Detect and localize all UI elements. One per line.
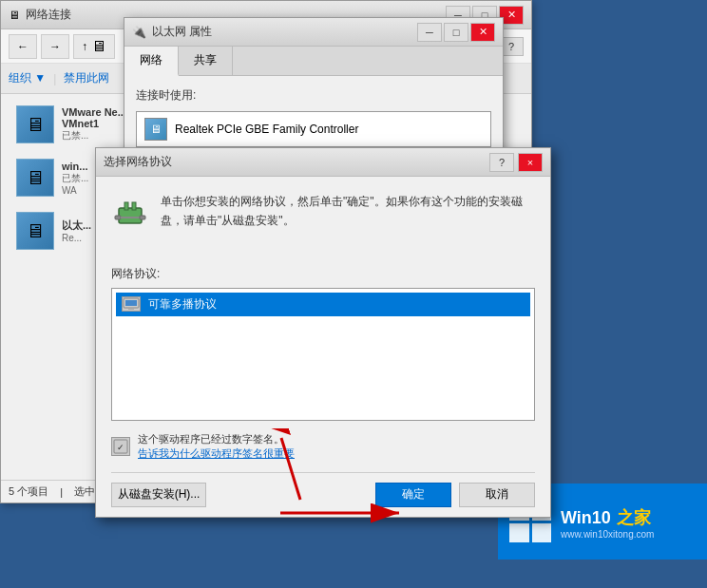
- protocol-dialog: 选择网络协议 ? × 单击你想安装的网络协议，然后单击"确定"。如果你有这个功能…: [95, 147, 551, 518]
- eth-icon: 🖥: [16, 212, 54, 250]
- protocol-description-text: 单击你想安装的网络协议，然后单击"确定"。如果你有这个功能的安装磁盘，请单击"从…: [161, 192, 535, 231]
- network-subname: VMnet1: [62, 118, 126, 129]
- protocol-title: 选择网络协议: [104, 154, 489, 170]
- ethernet-dialog-titlebar: 🔌 以太网 属性 ─ □ ✕: [124, 18, 503, 47]
- back-icon: ←: [17, 40, 29, 53]
- svg-rect-5: [140, 216, 145, 219]
- adapter-icon: 🖥: [144, 118, 167, 141]
- protocol-item-icon: [122, 296, 141, 312]
- svg-rect-1: [124, 202, 128, 210]
- protocol-help-button[interactable]: ?: [489, 153, 514, 172]
- win10-text: Win10 之家 www.win10xitong.com: [561, 504, 654, 540]
- adapter-box: 🖥 Realtek PCIe GBE Family Controller: [136, 111, 491, 147]
- back-button[interactable]: ←: [9, 34, 37, 59]
- ethernet-maximize-button[interactable]: □: [444, 23, 468, 42]
- svg-text:✓: ✓: [117, 443, 124, 452]
- forward-icon: →: [49, 40, 61, 53]
- protocol-titlebar: 选择网络协议 ? ×: [96, 148, 550, 177]
- network-name: win...: [62, 161, 88, 172]
- forward-button[interactable]: →: [41, 34, 69, 59]
- ethernet-close-button[interactable]: ✕: [470, 23, 495, 42]
- network-name: VMware Ne...: [62, 106, 126, 118]
- tab-share[interactable]: 共享: [179, 47, 233, 75]
- win10-brand: Win10 之家: [561, 504, 654, 529]
- up-icon: ↑: [82, 40, 87, 53]
- protocol-item-reliable-multicast[interactable]: 可靠多播协议: [116, 293, 530, 316]
- network-info: VMware Ne... VMnet1 已禁...: [62, 106, 126, 142]
- cancel-button[interactable]: 取消: [459, 483, 535, 507]
- network-type: WA: [62, 185, 88, 196]
- network-status: 已禁...: [62, 129, 126, 142]
- address-icon: 🖥: [91, 38, 106, 55]
- from-disk-button[interactable]: 从磁盘安装(H)...: [111, 483, 206, 507]
- vmware-net-icon: 🖥: [16, 105, 54, 143]
- network-status: Re...: [62, 233, 91, 243]
- protocol-controls: ? ×: [489, 153, 543, 172]
- right-arrow-annotation: [276, 489, 409, 540]
- items-count: 5 个项目: [9, 484, 48, 499]
- ethernet-icon: 🔌: [132, 26, 146, 39]
- protocol-close-button[interactable]: ×: [518, 153, 543, 172]
- svg-rect-8: [128, 308, 134, 310]
- protocol-desc-icon: [111, 196, 149, 251]
- protocol-list-label: 网络协议:: [111, 266, 535, 282]
- ethernet-dialog-title: 🔌 以太网 属性: [132, 24, 417, 40]
- win-icon: 🖥: [16, 159, 54, 197]
- win10-url: www.win10xitong.com: [561, 529, 654, 540]
- win10-brand-text: Win10: [561, 508, 611, 527]
- protocol-desc: 单击你想安装的网络协议，然后单击"确定"。如果你有这个功能的安装磁盘，请单击"从…: [111, 192, 535, 251]
- protocol-signed: ✓ 这个驱动程序已经过数字签名。 告诉我为什么驱动程序签名很重要: [111, 432, 535, 461]
- network-info: 以太... Re...: [62, 218, 91, 243]
- adapter-name: Realtek PCIe GBE Family Controller: [175, 123, 358, 136]
- ethernet-win-controls: ─ □ ✕: [417, 23, 495, 42]
- protocol-body: 单击你想安装的网络协议，然后单击"确定"。如果你有这个功能的安装磁盘，请单击"从…: [96, 177, 550, 522]
- connect-label: 连接时使用:: [136, 87, 491, 104]
- protocol-item-label: 可靠多播协议: [148, 296, 217, 313]
- svg-rect-2: [132, 202, 136, 210]
- up-button[interactable]: ↑ 🖥: [73, 34, 115, 59]
- win10-zh-text: 之家: [617, 508, 651, 527]
- tab-network[interactable]: 网络: [124, 47, 179, 76]
- bg-window-icon: 🖥: [9, 9, 20, 22]
- network-name: 以太...: [62, 218, 91, 233]
- svg-rect-7: [125, 300, 137, 306]
- organize-button[interactable]: 组织 ▼: [9, 70, 46, 86]
- ethernet-tabs: 网络 共享: [124, 47, 503, 76]
- network-status: 已禁...: [62, 172, 88, 185]
- svg-rect-3: [115, 216, 121, 219]
- disable-link[interactable]: 禁用此网: [64, 70, 109, 86]
- separator: |: [60, 486, 63, 498]
- signed-icon: ✓: [111, 437, 130, 456]
- protocol-list: 可靠多播协议: [111, 288, 535, 421]
- ethernet-minimize-button[interactable]: ─: [417, 23, 442, 42]
- network-info: win... 已禁... WA: [62, 161, 88, 196]
- svg-rect-0: [119, 208, 142, 223]
